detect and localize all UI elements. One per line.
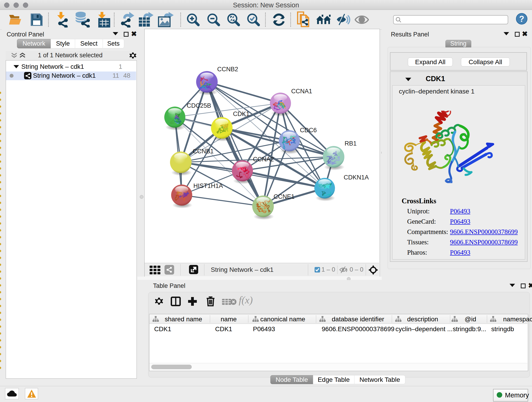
svg-text:CCNB2: CCNB2 [217, 66, 238, 73]
svg-text:CDC25B: CDC25B [187, 102, 211, 109]
svg-text:RB1: RB1 [345, 140, 357, 147]
svg-text:CCNA2: CCNA2 [253, 156, 274, 163]
svg-text:CDKN1A: CDKN1A [344, 174, 369, 181]
svg-text:CCNA1: CCNA1 [291, 88, 312, 95]
svg-text:CCNE1: CCNE1 [273, 193, 295, 200]
svg-text:CDC6: CDC6 [300, 127, 317, 134]
svg-text:CCNB1: CCNB1 [193, 148, 214, 155]
svg-text:HIST1H1A: HIST1H1A [193, 182, 223, 189]
svg-text:CDK1: CDK1 [233, 110, 249, 117]
